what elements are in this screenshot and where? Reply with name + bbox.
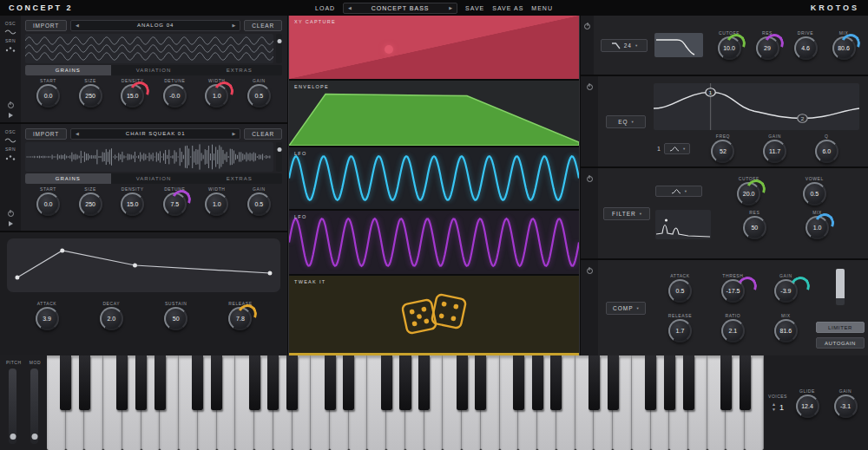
piano-black-key[interactable] xyxy=(532,355,543,410)
voices-down-icon[interactable]: ▼ xyxy=(772,408,776,412)
filter-type-selector[interactable]: FILTER ▾ xyxy=(603,207,650,220)
sample-prev-icon[interactable]: ◀ xyxy=(76,23,79,28)
piano-black-key[interactable] xyxy=(475,355,486,410)
eq-node-1[interactable]: 1 xyxy=(709,90,713,95)
knob-vowel[interactable]: VOWEL0.5 xyxy=(795,176,833,205)
piano-black-key[interactable] xyxy=(608,355,619,410)
load-button[interactable]: LOAD xyxy=(315,5,335,11)
piano-black-key[interactable] xyxy=(457,355,468,410)
save-as-button[interactable]: SAVE AS xyxy=(492,5,523,11)
filter-slope-selector[interactable]: 24 ▾ xyxy=(601,39,648,52)
import-button[interactable]: IMPORT xyxy=(25,128,67,140)
tab-extras[interactable]: EXTRAS xyxy=(196,173,282,184)
knob-mix[interactable]: MIX81.6 xyxy=(760,313,812,342)
osc2-waveform-display[interactable] xyxy=(25,142,273,172)
clear-button[interactable]: CLEAR xyxy=(244,128,282,140)
keyboard-keys[interactable] xyxy=(47,355,764,450)
menu-button[interactable]: MENU xyxy=(531,5,553,11)
piano-black-key[interactable] xyxy=(399,355,411,410)
comp-type-selector[interactable]: COMP ▾ xyxy=(606,302,646,315)
tab-variation[interactable]: VARIATION xyxy=(111,173,197,184)
power-icon[interactable] xyxy=(587,176,593,182)
voices-stepper[interactable]: ▲ ▼ 1 xyxy=(772,402,784,412)
knob-density[interactable]: DENSITY15.0 xyxy=(114,78,152,108)
knob-density[interactable]: DENSITY15.0 xyxy=(114,186,152,216)
knob-gain[interactable]: GAIN-3.9 xyxy=(760,273,812,303)
knob-width[interactable]: WIDTH1.0 xyxy=(198,78,236,108)
tab-grains[interactable]: GRAINS xyxy=(25,173,111,184)
xy-capture-panel[interactable]: XY CAPTURE xyxy=(289,16,579,79)
knob-sustain[interactable]: SUSTAIN50 xyxy=(157,301,195,330)
piano-black-key[interactable] xyxy=(550,355,562,410)
tweak-it-panel[interactable]: TWEAK IT xyxy=(289,274,579,355)
power-icon[interactable] xyxy=(587,84,593,90)
tab-grains[interactable]: GRAINS xyxy=(25,65,111,75)
knob-drive[interactable]: DRIVE4.6 xyxy=(786,30,825,60)
envelope-panel[interactable]: ENVELOPE xyxy=(289,79,579,146)
knob-size[interactable]: SIZE250 xyxy=(71,186,109,216)
osc1-gain-slider[interactable] xyxy=(276,34,282,63)
knob-attack[interactable]: ATTACK3.9 xyxy=(28,301,66,330)
eq-node-2[interactable]: 2 xyxy=(801,116,805,121)
mod-wheel[interactable] xyxy=(30,368,38,444)
piano-black-key[interactable] xyxy=(645,355,656,410)
piano-black-key[interactable] xyxy=(211,355,222,410)
piano-black-key[interactable] xyxy=(664,355,675,410)
play-icon[interactable] xyxy=(9,221,13,226)
knob-gain[interactable]: GAIN-3.1 xyxy=(826,388,865,418)
knob-cutoff[interactable]: CUTOFF20.0 xyxy=(730,176,768,205)
piano-black-key[interactable] xyxy=(418,355,430,410)
knob-start[interactable]: START0.0 xyxy=(30,186,68,216)
eq-curve-display[interactable]: 1 2 xyxy=(654,83,859,130)
knob-size[interactable]: SIZE250 xyxy=(71,78,109,108)
sample-selector[interactable]: ◀ ANALOG 04 ▶ xyxy=(70,20,240,31)
wheel-handle[interactable] xyxy=(31,434,37,440)
piano-black-key[interactable] xyxy=(135,355,147,410)
slider-handle[interactable] xyxy=(277,147,281,152)
autogain-button[interactable]: AUTOGAIN xyxy=(816,337,865,349)
vowel-mode-selector[interactable]: ▾ xyxy=(655,186,702,197)
knob-release[interactable]: RELEASE7.8 xyxy=(221,301,260,330)
limiter-button[interactable]: LIMITER xyxy=(816,322,865,333)
knob-decay[interactable]: DECAY2.0 xyxy=(92,301,130,330)
wheel-handle[interactable] xyxy=(10,434,16,440)
envelope-curve-display[interactable] xyxy=(7,238,280,292)
piano-black-key[interactable] xyxy=(381,355,392,410)
piano-black-key[interactable] xyxy=(589,355,600,410)
piano-black-key[interactable] xyxy=(286,355,298,410)
preset-next-icon[interactable]: ▶ xyxy=(449,6,452,10)
knob-start[interactable]: START0.0 xyxy=(30,78,68,108)
piano-black-key[interactable] xyxy=(720,355,732,410)
knob-res[interactable]: RES50 xyxy=(735,210,773,239)
sine-wave-icon[interactable] xyxy=(4,137,16,144)
clear-button[interactable]: CLEAR xyxy=(244,20,282,31)
piano-black-key[interactable] xyxy=(60,355,71,410)
piano-black-key[interactable] xyxy=(325,355,336,410)
import-button[interactable]: IMPORT xyxy=(25,20,67,31)
knob-freq[interactable]: FREQ52 xyxy=(704,134,742,163)
piano-black-key[interactable] xyxy=(683,355,694,410)
lfo1-panel[interactable]: LFO xyxy=(289,146,579,209)
piano-black-key[interactable] xyxy=(79,355,90,410)
tab-variation[interactable]: VARIATION xyxy=(111,65,197,75)
xy-cursor[interactable] xyxy=(385,45,393,54)
grains-icon[interactable] xyxy=(4,154,16,161)
piano-black-key[interactable] xyxy=(249,355,260,410)
sine-wave-icon[interactable] xyxy=(4,29,16,36)
knob-width[interactable]: WIDTH1.0 xyxy=(198,186,236,216)
knob-thresh[interactable]: THRESH-17.5 xyxy=(707,273,760,303)
preset-prev-icon[interactable]: ◀ xyxy=(348,6,352,10)
eq-type-selector[interactable]: EQ ▾ xyxy=(606,115,646,128)
piano-black-key[interactable] xyxy=(343,355,354,410)
knob-gain[interactable]: GAIN0.5 xyxy=(240,78,278,108)
piano-black-key[interactable] xyxy=(192,355,203,410)
pitch-wheel[interactable] xyxy=(9,368,16,444)
eq-band-type-selector[interactable]: ▾ xyxy=(664,143,690,154)
knob-release[interactable]: RELEASE1.7 xyxy=(654,313,707,342)
play-icon[interactable] xyxy=(9,113,13,118)
knob-gain[interactable]: GAIN11.7 xyxy=(756,134,794,163)
piano-black-key[interactable] xyxy=(116,355,128,410)
power-icon[interactable] xyxy=(587,268,593,274)
knob-q[interactable]: Q6.0 xyxy=(807,134,845,163)
osc2-gain-slider[interactable] xyxy=(276,142,282,172)
